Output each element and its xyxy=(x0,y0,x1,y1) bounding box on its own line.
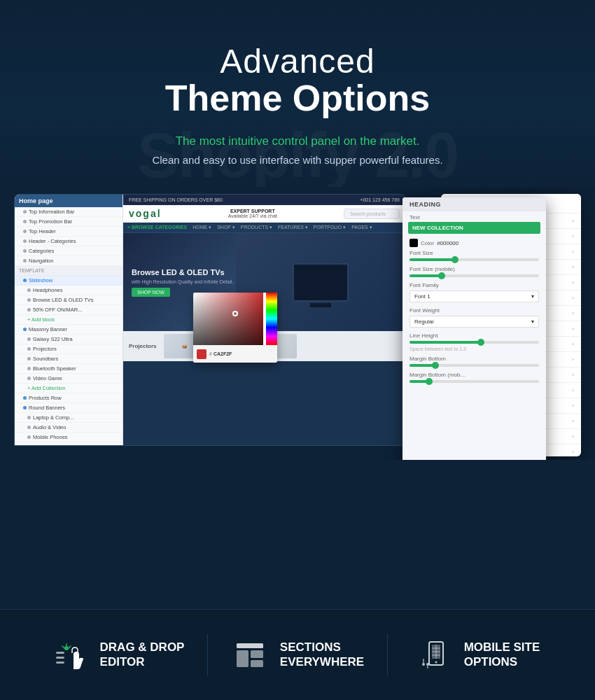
tree-item[interactable]: Projectors xyxy=(15,344,122,354)
tree-item[interactable]: Top Promotion Bar xyxy=(15,217,122,227)
nav-products[interactable]: PRODUCTS ▾ xyxy=(241,225,272,230)
color-hex-row: # CA2F2F xyxy=(193,345,277,363)
feature-sections: SECTIONS EVERYWHERE xyxy=(208,636,387,674)
tree-item[interactable]: Soundbars xyxy=(15,354,122,364)
hp-lineheight-label: Line Height xyxy=(402,330,546,340)
tree-item[interactable]: Navigation xyxy=(15,256,122,266)
tree-item[interactable]: Laptop & Comp... xyxy=(15,413,122,423)
feature-drag-drop: DRAG & DROP EDITOR xyxy=(28,636,207,674)
store-logo: vogal xyxy=(129,208,162,219)
hero-banner-sub: with High Resolution Quality and Infinit… xyxy=(132,279,234,284)
hex-display: # CA2F2F xyxy=(209,351,232,356)
tree-item[interactable]: Galaxy S22 Ultra xyxy=(15,335,122,344)
hp-color-label: Color xyxy=(421,240,434,246)
feature-title-line1: DRAG & DROP xyxy=(100,640,185,654)
logo-row: vogal EXPERT SUPPORT Available 24/7 via … xyxy=(123,205,405,223)
support-block: EXPERT SUPPORT Available 24/7 via chat xyxy=(228,209,277,218)
svg-rect-2 xyxy=(56,662,64,664)
nav-portfolio[interactable]: PORTFOLIO ▾ xyxy=(314,225,346,230)
strip-label: Projectors xyxy=(129,343,157,349)
hp-lineheight-slider[interactable] xyxy=(410,341,539,344)
hp-fontsize-mobile-label: Font Size (mobile) xyxy=(402,264,546,273)
screenshot-area: Home page Top Information Bar Top Promot… xyxy=(0,187,595,460)
hero-subtitle-green: The most intuitive control panel on the … xyxy=(28,134,567,148)
hp-fontfamily-select[interactable]: Font 1 ▾ xyxy=(410,290,539,302)
drag-drop-icon xyxy=(51,636,90,674)
hero-title-light: Advanced xyxy=(28,42,567,80)
color-hue-strip[interactable] xyxy=(266,293,277,345)
hp-text-value[interactable]: NEW COLLECTION xyxy=(408,222,540,234)
tree-item[interactable]: Categories xyxy=(15,246,122,256)
hp-margin-mobile-slider[interactable] xyxy=(410,380,539,383)
color-gradient-area[interactable] xyxy=(193,293,277,345)
shop-now-button[interactable]: SHOP NOW xyxy=(132,288,170,297)
store-nav: ≡ BROWSE CATEGORIES HOME ▾ SHOP ▾ PRODUC… xyxy=(123,223,405,233)
feature-title-line2: EVERYWHERE xyxy=(280,655,364,669)
hp-space-note: Space between text to 1.3 xyxy=(402,346,546,354)
tree-item[interactable]: Browse LED & OLED TVs xyxy=(15,295,122,305)
hp-fontweight-label: Font Weight xyxy=(402,305,546,314)
tree-item[interactable]: Products Row xyxy=(15,393,122,403)
tree-item[interactable]: Masonry Banner xyxy=(15,325,122,335)
hp-marginmobile-label: Margin Bottom (mob... xyxy=(402,370,546,379)
search-bar[interactable]: Search products xyxy=(344,209,400,219)
feature-text: MOBILE SITE OPTIONS xyxy=(464,640,540,669)
feature-title-line1: SECTIONS xyxy=(280,640,364,654)
hero-banner-title: Browse LED & OLED TVs xyxy=(132,267,234,277)
tree-item[interactable]: Headphones xyxy=(15,286,122,295)
nav-shop[interactable]: SHOP ▾ xyxy=(217,225,235,230)
tree-item[interactable]: Round Banners xyxy=(15,403,122,413)
phone-text: +001 123 456 789 xyxy=(360,197,400,202)
tree-item[interactable]: Audio & Video xyxy=(15,423,122,433)
feature-text: DRAG & DROP EDITOR xyxy=(100,640,185,669)
feature-title-line2: OPTIONS xyxy=(464,655,540,669)
nav-pages[interactable]: PAGES ▾ xyxy=(351,225,372,230)
svg-rect-0 xyxy=(56,652,64,654)
features-bar: DRAG & DROP EDITOR SECTIONS EVERYWHERE xyxy=(0,609,595,700)
tree-item[interactable]: Video Game xyxy=(15,374,122,384)
svg-rect-6 xyxy=(251,650,263,658)
hp-fontsize-label: Font Size xyxy=(402,248,546,257)
tree-item[interactable]: 50% OFF ON/MAR... xyxy=(15,305,122,315)
tree-item[interactable]: Televisions xyxy=(15,442,122,445)
browser-content: FREE SHIPPING ON ORDERS OVER $80 +001 12… xyxy=(123,195,405,445)
store-top-bar: FREE SHIPPING ON ORDERS OVER $80 +001 12… xyxy=(123,195,405,205)
svg-point-16 xyxy=(426,663,429,666)
tree-section: TEMPLATE xyxy=(15,266,122,276)
tree-item[interactable]: Header - Categories xyxy=(15,237,122,246)
hp-color-row: Color #000000 xyxy=(402,237,546,248)
hp-fontweight-select[interactable]: Regular ▾ xyxy=(410,316,539,328)
tree-item[interactable]: Bluetooth Speaker xyxy=(15,364,122,374)
tv-graphic xyxy=(293,263,349,302)
shipping-text: FREE SHIPPING ON ORDERS OVER $80 xyxy=(129,197,223,202)
hp-fontweight-value: Regular xyxy=(414,318,434,325)
tree-item[interactable]: + Add Collection xyxy=(15,384,122,393)
nav-features[interactable]: FEATURES ▾ xyxy=(278,225,308,230)
heading-panel: HEADING Text NEW COLLECTION Color #00000… xyxy=(402,197,546,460)
sections-icon xyxy=(231,636,270,674)
chevron-down-icon: ▾ xyxy=(531,293,534,300)
nav-home[interactable]: HOME ▾ xyxy=(192,225,211,230)
color-saturation[interactable] xyxy=(193,293,263,345)
svg-rect-5 xyxy=(237,650,248,667)
color-picker[interactable]: # CA2F2F xyxy=(193,293,277,363)
browser-mockup: Home page Top Information Bar Top Promot… xyxy=(14,194,406,446)
hp-fontsize-slider[interactable] xyxy=(410,258,539,261)
feature-title-line1: MOBILE SITE xyxy=(464,640,540,654)
nav-browse[interactable]: ≡ BROWSE CATEGORIES xyxy=(127,225,187,230)
hero-title-bold: Theme Options xyxy=(28,77,567,119)
hp-fontsize-mobile-slider[interactable] xyxy=(410,274,539,277)
left-panel: Home page Top Information Bar Top Promot… xyxy=(15,195,123,445)
hex-value: CA2F2F xyxy=(214,351,232,356)
chevron-down-icon2: ▾ xyxy=(531,318,534,325)
tree-item[interactable]: + Add block xyxy=(15,315,122,325)
tree-item[interactable]: Top Header xyxy=(15,227,122,237)
tree-item[interactable]: Slideshow xyxy=(15,276,122,286)
heading-section-label: HEADING xyxy=(402,197,546,211)
hp-margin-slider[interactable] xyxy=(410,364,539,367)
tree-item[interactable]: Top Information Bar xyxy=(15,207,122,217)
svg-rect-4 xyxy=(237,643,263,648)
feature-title-line2: EDITOR xyxy=(100,655,185,669)
page-tree-header: Home page xyxy=(15,195,122,207)
tree-item[interactable]: Mobile Phones xyxy=(15,433,122,442)
